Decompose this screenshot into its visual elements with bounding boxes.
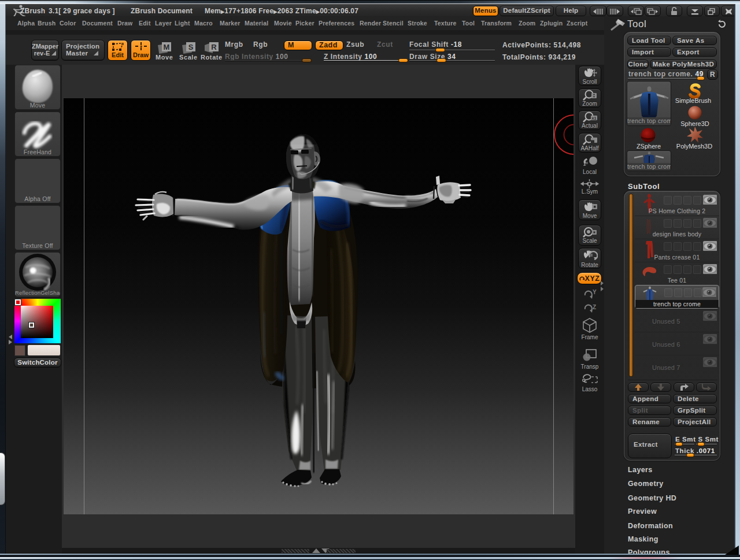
svg-text:M: M — [164, 43, 170, 51]
svg-text:Y: Y — [593, 289, 597, 295]
svg-text:S: S — [188, 43, 194, 51]
svg-text:x1: x1 — [592, 116, 597, 120]
svg-text:Z: Z — [593, 304, 596, 310]
svg-text:R: R — [211, 43, 217, 51]
